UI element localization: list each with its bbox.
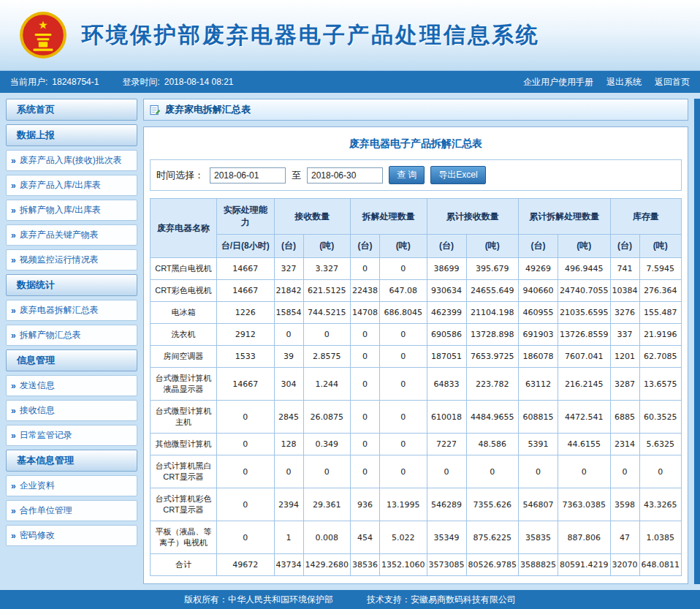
table-subcolumn-header: (台) bbox=[610, 235, 639, 258]
sidebar-item[interactable]: »发送信息 bbox=[6, 375, 137, 396]
link-logout[interactable]: 退出系统 bbox=[606, 76, 642, 88]
sidebar-item[interactable]: »日常监管记录 bbox=[6, 425, 137, 446]
value-cell: 0 bbox=[610, 455, 639, 488]
value-cell: 744.5215 bbox=[303, 302, 351, 324]
copyright-text: 版权所有：中华人民共和国环境保护部 bbox=[184, 594, 333, 606]
sidebar-item[interactable]: »合作单位管理 bbox=[6, 500, 137, 521]
chevron-right-icon: » bbox=[11, 205, 16, 216]
row-name-cell: 其他微型计算机 bbox=[151, 434, 217, 455]
sidebar-item[interactable]: »拆解产物汇总表 bbox=[6, 325, 137, 346]
value-cell: 0 bbox=[380, 368, 427, 401]
sidebar-item[interactable]: »废弃产品关键产物表 bbox=[6, 224, 137, 246]
app-title: 环境保护部废弃电器电子产品处理信息系统 bbox=[82, 20, 540, 50]
value-cell: 7355.626 bbox=[466, 488, 518, 521]
user-bar: 当前用户:18248754-1登录时间:2018-08-14 08:21 企业用… bbox=[0, 71, 700, 93]
value-cell: 49269 bbox=[519, 258, 558, 280]
date-from-input[interactable] bbox=[210, 167, 286, 184]
chevron-right-icon: » bbox=[11, 506, 16, 516]
value-cell: 60.3525 bbox=[639, 401, 682, 434]
row-name-cell: 洗衣机 bbox=[151, 324, 217, 346]
value-cell: 3287 bbox=[610, 368, 639, 401]
row-name-cell: 平板（液晶、等离子）电视机 bbox=[151, 521, 217, 554]
value-cell: 80591.4219 bbox=[558, 554, 610, 576]
table-column-header: 库存量 bbox=[610, 199, 682, 235]
link-enterprise-manual[interactable]: 企业用户使用手册 bbox=[523, 76, 593, 88]
sidebar-item[interactable]: »密码修改 bbox=[6, 525, 137, 546]
table-row: 洗衣机2912000069058613728.89869190313726.85… bbox=[151, 324, 682, 346]
value-cell: 2.8575 bbox=[303, 346, 351, 368]
chevron-right-icon: » bbox=[11, 431, 16, 441]
value-cell: 47 bbox=[610, 521, 639, 554]
export-excel-button[interactable]: 导出Excel bbox=[430, 166, 485, 184]
national-emblem-icon bbox=[19, 11, 67, 59]
summary-table-head: 废弃电器名称实际处理能力接收数量拆解处理数量累计接收数量累计拆解处理数量库存量台… bbox=[151, 199, 682, 258]
table-column-header: 拆解处理数量 bbox=[351, 199, 427, 235]
chevron-right-icon: » bbox=[11, 156, 16, 166]
value-cell: 0.349 bbox=[303, 434, 351, 455]
value-cell: 2314 bbox=[610, 434, 639, 455]
sidebar-item[interactable]: »拆解产物入库/出库表 bbox=[6, 200, 137, 221]
table-subcolumn-header: (台) bbox=[351, 235, 380, 258]
value-cell: 10384 bbox=[610, 280, 639, 302]
sidebar-item[interactable]: »废弃产品入库/出库表 bbox=[6, 175, 137, 196]
value-cell: 21104.198 bbox=[466, 302, 518, 324]
sidebar-item-home[interactable]: 系统首页 bbox=[6, 99, 137, 121]
table-row: 台式微型计算机主机0284526.0875006100184484.965560… bbox=[151, 401, 682, 434]
value-cell: 29.361 bbox=[303, 488, 351, 521]
sidebar-item[interactable]: »企业资料 bbox=[6, 475, 137, 496]
table-subcolumn-header: (吨) bbox=[466, 235, 518, 258]
value-cell: 5.022 bbox=[380, 521, 427, 554]
sidebar-item[interactable]: »接收信息 bbox=[6, 400, 137, 421]
sidebar-item[interactable]: »废弃电器拆解汇总表 bbox=[6, 300, 137, 321]
value-cell: 7227 bbox=[427, 434, 466, 455]
value-cell: 454 bbox=[351, 521, 380, 554]
value-cell: 0 bbox=[380, 346, 427, 368]
value-cell: 3588825 bbox=[519, 554, 558, 576]
row-name-cell: 房间空调器 bbox=[151, 346, 217, 368]
value-cell: 0 bbox=[303, 324, 351, 346]
chevron-right-icon: » bbox=[11, 181, 16, 191]
value-cell: 43.3265 bbox=[639, 488, 682, 521]
value-cell: 4472.541 bbox=[558, 401, 610, 434]
value-cell: 1226 bbox=[217, 302, 275, 324]
value-cell: 610018 bbox=[427, 401, 466, 434]
value-cell: 621.5125 bbox=[303, 280, 351, 302]
summary-table: 废弃电器名称实际处理能力接收数量拆解处理数量累计接收数量累计拆解处理数量库存量台… bbox=[150, 198, 682, 576]
value-cell: 0 bbox=[351, 346, 380, 368]
value-cell: 24655.649 bbox=[466, 280, 518, 302]
link-return-home[interactable]: 返回首页 bbox=[655, 76, 690, 88]
value-cell: 0 bbox=[274, 324, 303, 346]
value-cell: 0 bbox=[217, 521, 275, 554]
chevron-right-icon: » bbox=[11, 481, 16, 491]
value-cell: 155.487 bbox=[639, 302, 682, 324]
sidebar-item[interactable]: »视频监控运行情况表 bbox=[6, 249, 137, 271]
date-to-input[interactable] bbox=[307, 167, 383, 184]
value-cell: 1 bbox=[274, 521, 303, 554]
sidebar-item-label: 视频监控运行情况表 bbox=[20, 254, 99, 266]
value-cell: 741 bbox=[610, 258, 639, 280]
value-cell: 460955 bbox=[519, 302, 558, 324]
value-cell: 13726.8559 bbox=[558, 324, 610, 346]
search-button[interactable]: 查 询 bbox=[389, 166, 425, 184]
breadcrumb-bar: 废弃家电拆解汇总表 bbox=[143, 99, 688, 121]
value-cell: 3598 bbox=[610, 488, 639, 521]
table-row: 台式计算机黑白CRT显示器00000000000 bbox=[151, 455, 682, 488]
sidebar-item-label: 废弃产品关键产物表 bbox=[20, 229, 99, 241]
value-cell: 546807 bbox=[519, 488, 558, 521]
value-cell: 0 bbox=[351, 258, 380, 280]
value-cell: 875.6225 bbox=[466, 521, 518, 554]
value-cell: 327 bbox=[274, 258, 303, 280]
chevron-right-icon: » bbox=[11, 406, 16, 416]
current-user-value: 18248754-1 bbox=[52, 77, 99, 87]
sidebar-item-label: 企业资料 bbox=[20, 480, 55, 492]
sidebar-item-label: 拆解产物汇总表 bbox=[20, 329, 81, 341]
value-cell: 38536 bbox=[351, 554, 380, 576]
login-time-label: 登录时间: bbox=[122, 77, 159, 87]
sidebar-item-label: 发送信息 bbox=[20, 379, 55, 392]
filter-bar: 时间选择： 至 查 询 导出Excel bbox=[150, 159, 682, 191]
sidebar-item[interactable]: »废弃产品入库(接收)批次表 bbox=[6, 150, 137, 171]
value-cell: 1533 bbox=[217, 346, 275, 368]
chevron-right-icon: » bbox=[11, 330, 16, 341]
breadcrumb: 废弃家电拆解汇总表 bbox=[165, 103, 251, 116]
chevron-right-icon: » bbox=[11, 230, 16, 241]
